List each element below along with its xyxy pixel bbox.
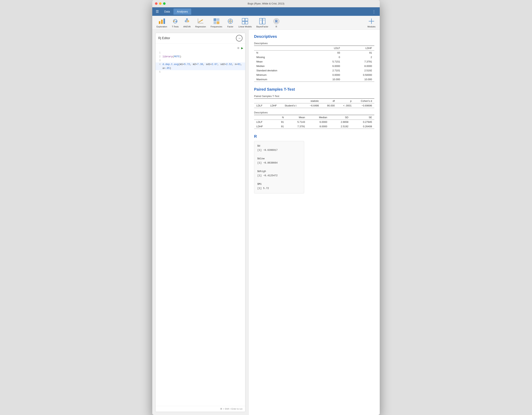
svg-rect-26 [214, 18, 216, 21]
main-window: Bugs (Ryan, Wilde & Crist, 2013) ☰ Data … [152, 0, 380, 415]
r-label: R [276, 25, 277, 28]
svg-rect-2 [163, 19, 165, 24]
regression-label: Regression [195, 25, 206, 28]
maximize-button[interactable] [163, 2, 166, 5]
run-icon[interactable]: ▶ [241, 46, 243, 50]
toolbar-linearmodels[interactable]: Linear Models [236, 17, 254, 29]
factor-label: Factor [227, 25, 233, 28]
exploration-icon [158, 18, 165, 25]
descriptives-title: Descriptives [254, 34, 374, 39]
toolbar-anova[interactable]: ANOVA [181, 17, 193, 29]
toolbar-bayesfactor[interactable]: BayesFactor [254, 17, 271, 29]
table-row: Maximum10.00010.000 [254, 77, 374, 82]
code-footer: ⌘ + Shift + Enter to run [156, 406, 245, 412]
table-row: Mean5.71517.3791 [254, 59, 374, 64]
code-sd2: 2.52 [226, 63, 232, 66]
code-library-arg: MOTE [174, 55, 180, 58]
svg-point-25 [202, 19, 203, 20]
toolbar-frequencies[interactable]: Frequencies [208, 17, 225, 29]
ttest-label: T-Tests [172, 25, 179, 28]
code-library-keyword: library [162, 55, 173, 58]
svg-line-4 [174, 20, 176, 22]
paired-table-label: Paired Samples T-Test [254, 95, 374, 97]
toolbar-ttest[interactable]: T-Tests [170, 17, 181, 29]
modules-button[interactable]: Modules [365, 17, 378, 29]
toolbar-regression[interactable]: Regression [193, 17, 208, 29]
code-line-5: 5 [156, 70, 245, 74]
r-output-line [257, 178, 301, 182]
paired-title: Paired Samples T-Test [254, 87, 374, 92]
code-n: 91 [238, 63, 241, 66]
code-line-3: 3 [156, 59, 245, 62]
desc-col-ldhf: LDHF [342, 46, 374, 50]
r-output-line [257, 152, 301, 157]
ttest-icon [172, 18, 179, 25]
paired-desc-label: Descriptives [254, 111, 374, 114]
descriptives-section: Descriptives Descriptives LDLF LDHF N939… [254, 34, 374, 82]
paired-table: statistic df p Cohen's d LDLF LDHF Stude… [254, 98, 374, 108]
close-button[interactable] [155, 2, 157, 5]
rj-editor-header: Rj Editor → [156, 33, 245, 44]
anova-label: ANOVA [183, 25, 191, 28]
more-menu[interactable]: ⋮ [370, 8, 378, 15]
paired-section: Paired Samples T-Test Paired Samples T-T… [254, 87, 374, 129]
gear-icon[interactable]: ⚙ [238, 46, 239, 50]
r-output-line: $M1 [257, 182, 301, 186]
main-content: Rj Editor → ⚙ ▶ 1 2 [152, 30, 380, 415]
code-line-2: 2 library(MOTE) [156, 55, 245, 59]
toolbar-r[interactable]: R R [271, 17, 282, 29]
menubar: ☰ Data Analyses ⋮ [152, 7, 380, 16]
toolbar-factor[interactable]: Factor [225, 17, 236, 29]
modules-label: Modules [367, 25, 375, 28]
hamburger-menu[interactable]: ☰ [154, 8, 161, 15]
exploration-label: Exploration [157, 25, 167, 28]
anova-icon [183, 18, 190, 25]
rj-arrow-button[interactable]: → [236, 35, 242, 41]
right-panel[interactable]: Descriptives Descriptives LDLF LDHF N939… [249, 30, 380, 415]
linearmodels-label: Linear Models [238, 25, 252, 28]
code-fn-name: d.dep.t.avg [162, 63, 179, 66]
svg-rect-34 [242, 18, 245, 21]
table-row: Standard deviation2.71012.5192 [254, 68, 374, 73]
window-title: Bugs (Ryan, Wilde & Crist, 2013) [248, 2, 285, 5]
paired-row: LDLF LDHF Student's t −6.6486 90.000 < .… [254, 103, 374, 108]
modules-icon [368, 18, 375, 25]
table-row: LDLF915.71436.00002.66580.27945 [254, 120, 374, 124]
code-area[interactable]: ⚙ ▶ 1 2 library(MOTE) [156, 44, 245, 406]
descriptives-table: LDLF LDHF N9391Missing02Mean5.71517.3791… [254, 46, 374, 82]
toolbar-exploration[interactable]: Exploration [154, 17, 170, 29]
code-a: .05 [165, 67, 170, 70]
frequencies-label: Frequencies [210, 25, 222, 28]
left-panel: Rj Editor → ⚙ ▶ 1 2 [152, 30, 249, 415]
r-output-line: [1] 5.72 [257, 186, 301, 191]
minimize-button[interactable] [159, 2, 162, 5]
table-row: LDHF917.37918.00002.51920.26408 [254, 124, 374, 129]
svg-line-15 [186, 20, 187, 21]
svg-rect-36 [242, 21, 245, 24]
code-toolbar: ⚙ ▶ [156, 45, 245, 51]
titlebar: Bugs (Ryan, Wilde & Crist, 2013) [152, 0, 380, 7]
code-line-4: 4 d.dep.t.avg(m1=5.72, m2=7.38, sd1=2.67… [156, 62, 245, 70]
table-row: Missing02 [254, 55, 374, 59]
r-output-line [257, 165, 301, 169]
desc-col-label [254, 46, 314, 50]
data-tab[interactable]: Data [161, 9, 173, 15]
frequencies-icon [213, 18, 220, 25]
r-icon: R [273, 18, 280, 25]
rj-editor-box: Rj Editor → ⚙ ▶ 1 2 [155, 33, 245, 412]
table-row: Median6.00008.0000 [254, 64, 374, 68]
code-line-1: 1 [156, 51, 245, 55]
bayesfactor-icon [259, 18, 266, 25]
desc-col-ldlf: LDLF [314, 46, 342, 50]
svg-rect-29 [217, 21, 219, 24]
svg-rect-27 [217, 18, 219, 21]
descriptives-table-label: Descriptives [254, 42, 374, 45]
svg-point-22 [199, 21, 200, 22]
svg-text:R: R [275, 19, 278, 23]
svg-rect-1 [161, 20, 163, 24]
factor-icon [227, 18, 234, 25]
analyses-tab[interactable]: Analyses [173, 9, 191, 15]
r-output-box: $d[1] −0.6396917 $dlow[1] −0.8638664 $dh… [254, 141, 304, 193]
table-row: Minimum0.00000.50000 [254, 73, 374, 77]
r-output-line: [1] −0.4125472 [257, 174, 301, 178]
